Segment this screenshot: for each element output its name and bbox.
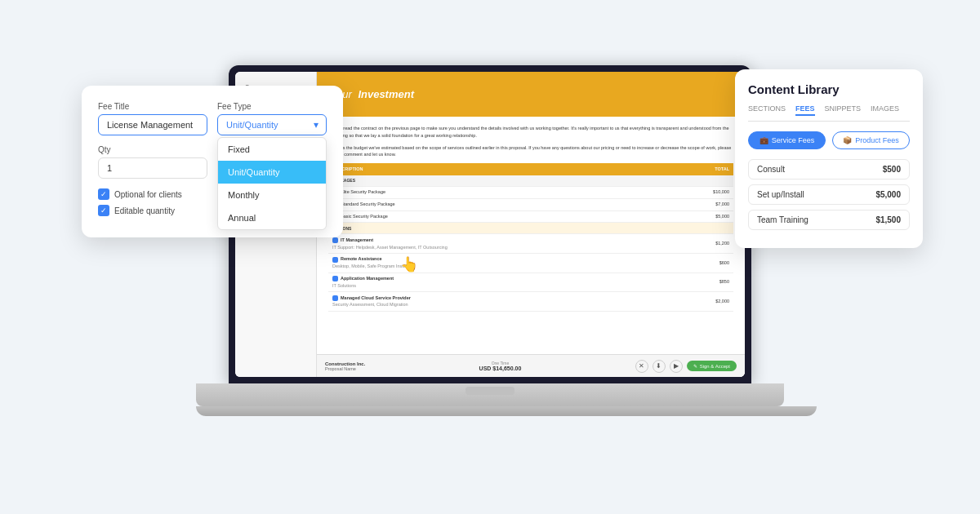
fee-form-card: Fee Title Fee Type Unit/Quantity Fixed U… — [82, 86, 343, 237]
service-fees-button[interactable]: 💼 Service Fees — [748, 131, 826, 149]
doc-body: Please read the contract on the previous… — [317, 117, 745, 320]
service-fees-icon: 💼 — [760, 136, 768, 144]
company-info: Construction Inc. Proposal Name — [325, 361, 365, 371]
tab-fees[interactable]: FEES — [795, 104, 815, 116]
fee-items-list: Consult $500 Set up/Install $5,000 Team … — [748, 159, 910, 230]
col-total: TOTAL — [666, 163, 733, 175]
dropdown-item-monthly[interactable]: Monthly — [218, 184, 326, 206]
table-row: IT ManagementIT Support: Helpdesk, Asset… — [328, 234, 733, 254]
fee-item-consult[interactable]: Consult $500 — [748, 159, 910, 179]
fee-title-group: Fee Title — [98, 102, 207, 135]
action-buttons: ✕ ⬇ ▶ ✎ Sign & Accept — [635, 360, 737, 373]
product-fees-icon: 📦 — [843, 136, 852, 144]
company-name: Construction Inc. — [325, 361, 365, 366]
fee-item-setup[interactable]: Set up/Install $5,000 — [748, 184, 910, 205]
packages-header: PACKAGES — [328, 175, 733, 187]
sign-accept-button[interactable]: ✎ Sign & Accept — [687, 361, 737, 371]
laptop-base — [196, 383, 784, 406]
dropdown-item-unit-quantity[interactable]: Unit/Quantity — [218, 161, 326, 184]
content-library-card: Content Library SECTIONS FEES SNIPPETS I… — [735, 69, 923, 248]
doc-bottom-bar: Construction Inc. Proposal Name One Time… — [317, 354, 745, 377]
fee-type-group: Fee Type Unit/Quantity Fixed Unit/Quanti… — [217, 102, 327, 135]
fee-title-label: Fee Title — [98, 102, 207, 111]
editable-checkbox[interactable] — [98, 205, 109, 216]
tab-images[interactable]: IMAGES — [871, 104, 899, 116]
scene: Fee Title Fee Type Unit/Quantity Fixed U… — [41, 20, 939, 494]
dropdown-item-fixed[interactable]: Fixed — [218, 138, 326, 161]
cl-type-buttons: 💼 Service Fees 📦 Product Fees — [748, 131, 910, 149]
fee-name-setup: Set up/Install — [757, 190, 804, 199]
fee-name-consult: Consult — [757, 165, 785, 174]
laptop-foot — [196, 406, 817, 416]
fee-price-consult: $500 — [883, 165, 901, 174]
optional-label: Optional for clients — [114, 190, 182, 199]
doc-intro-text: Please read the contract on the previous… — [328, 125, 733, 140]
content-library-tabs: SECTIONS FEES SNIPPETS IMAGES — [748, 104, 910, 122]
table-row: Standard Security Package $7,000 — [328, 198, 733, 210]
doc-table: DESCRIPTION TOTAL PACKAGES Elite Securit… — [328, 163, 733, 312]
total-amount: USD $14,650.00 — [479, 366, 522, 371]
optional-checkbox[interactable] — [98, 188, 109, 200]
editable-label: Editable quantity — [114, 206, 175, 215]
doc-subtext: Below is the budget we've estimated base… — [328, 144, 733, 159]
fee-type-select-wrapper[interactable]: Unit/Quantity Fixed Unit/Quantity Monthl… — [217, 114, 327, 135]
fee-price-training: $1,500 — [875, 215, 901, 224]
qty-label: Qty — [98, 145, 207, 154]
table-row: Elite Security Package $10,000 — [328, 186, 733, 198]
service-fees-label: Service Fees — [772, 136, 815, 144]
fee-item-training[interactable]: Team Training $1,500 — [748, 210, 910, 230]
fee-title-input[interactable] — [98, 114, 207, 135]
product-fees-button[interactable]: 📦 Product Fees — [832, 131, 910, 149]
fee-type-dropdown: Fixed Unit/Quantity Monthly Annual — [217, 137, 327, 230]
table-row: Basic Security Package $5,000 — [328, 210, 733, 223]
content-library-title: Content Library — [748, 82, 910, 96]
col-description: DESCRIPTION — [328, 163, 666, 175]
addons-header: ADD-ONS — [328, 223, 733, 234]
download-button[interactable]: ⬇ — [653, 360, 666, 373]
proposal-name: Proposal Name — [325, 366, 365, 371]
fee-type-select[interactable]: Unit/Quantity — [217, 114, 327, 135]
table-row: Remote AssistanceDesktop, Mobile, Safe P… — [328, 253, 733, 273]
qty-input[interactable] — [98, 157, 207, 179]
qty-group: Qty — [98, 145, 207, 179]
dropdown-item-annual[interactable]: Annual — [218, 206, 326, 229]
tab-snippets[interactable]: SNIPPETS — [825, 104, 862, 116]
fee-type-value: Unit/Quantity — [226, 120, 278, 130]
doc-header: Your Investment — [317, 72, 745, 117]
table-row: Managed Cloud Service ProviderSecurity A… — [328, 292, 733, 312]
fee-name-training: Team Training — [757, 215, 808, 224]
share-button[interactable]: ▶ — [670, 360, 683, 373]
doc-main: Your Investment Please read the contract… — [317, 72, 745, 377]
table-row: Application ManagementIT Solutions $850 — [328, 273, 733, 292]
sign-label: Sign & Accept — [700, 364, 730, 369]
sign-icon: ✎ — [693, 363, 697, 369]
tab-sections[interactable]: SECTIONS — [748, 104, 786, 116]
product-fees-label: Product Fees — [855, 136, 899, 144]
fee-type-label: Fee Type — [217, 102, 327, 111]
close-button[interactable]: ✕ — [635, 360, 648, 373]
amount-info: One Time USD $14,650.00 — [479, 361, 522, 371]
fee-price-setup: $5,000 — [875, 190, 901, 199]
